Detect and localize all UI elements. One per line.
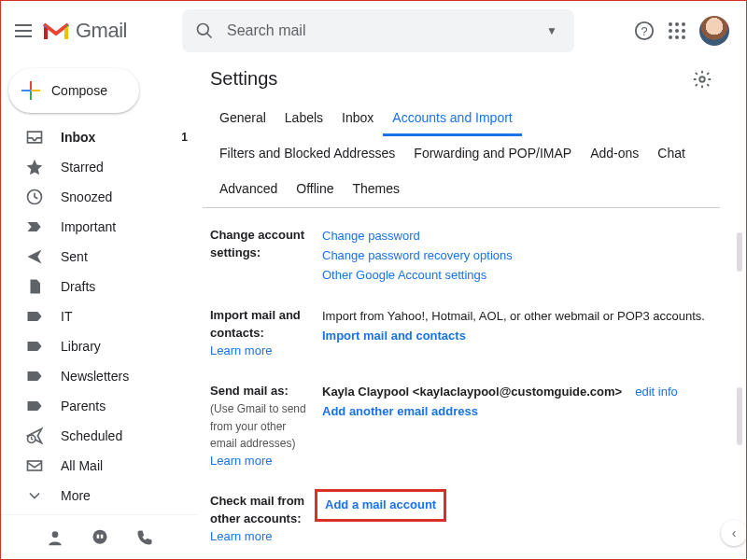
sidebar-item-inbox[interactable]: Inbox1 [1, 122, 199, 152]
sidebar-item-label: IT [61, 309, 188, 324]
svg-point-11 [675, 35, 679, 39]
tab-inbox[interactable]: Inbox [332, 101, 383, 136]
sidebar-item-label: Starred [61, 160, 188, 175]
sidebar-footer [1, 514, 199, 559]
label-icon [25, 397, 44, 415]
link-edit-info[interactable]: edit info [635, 383, 678, 402]
sidebar-item-all-mail[interactable]: All Mail [1, 451, 199, 481]
tab-forwarding-and-pop-imap[interactable]: Forwarding and POP/IMAP [404, 136, 581, 172]
app-header: Gmail Search mail ▼ ? [1, 1, 746, 61]
sidebar-item-label: Newsletters [61, 369, 188, 384]
svg-line-1 [207, 34, 212, 38]
star-icon [25, 158, 44, 176]
sent-icon [25, 247, 44, 266]
label-icon [25, 337, 44, 356]
sidebar-item-more[interactable]: More [1, 481, 199, 511]
send-as-identity: Kayla Claypool <kaylaclaypool@customguid… [322, 383, 622, 402]
tab-advanced[interactable]: Advanced [210, 172, 287, 207]
sidebar-item-starred[interactable]: Starred [1, 152, 199, 182]
inbox-icon [25, 128, 44, 147]
search-bar[interactable]: Search mail ▼ [182, 9, 574, 52]
settings-body: Change account settings: Change password… [203, 208, 746, 559]
link-learn-more[interactable]: Learn more [210, 529, 272, 543]
section-label: Send mail as: [210, 384, 289, 398]
sidebar-item-label: Inbox [61, 130, 164, 145]
apps-grid-icon[interactable] [668, 21, 686, 40]
svg-rect-18 [97, 534, 100, 538]
svg-point-5 [675, 22, 679, 26]
svg-point-4 [669, 22, 672, 26]
sidebar-item-label: More [61, 488, 188, 503]
settings-tabs: GeneralLabelsInboxAccounts and ImportFil… [203, 101, 720, 208]
section-label: Check mail from other accounts: [210, 494, 304, 525]
gear-icon[interactable] [692, 69, 712, 90]
important-icon [25, 217, 44, 236]
help-icon[interactable]: ? [634, 21, 655, 41]
scheduled-icon [25, 427, 44, 445]
highlight-box: Add a mail account [315, 489, 446, 522]
sidebar-item-important[interactable]: Important [1, 212, 199, 242]
svg-point-10 [669, 35, 672, 39]
svg-point-6 [682, 22, 685, 26]
svg-point-17 [93, 529, 107, 543]
phone-icon[interactable] [135, 528, 154, 547]
sidebar-item-drafts[interactable]: Drafts [1, 272, 199, 301]
sidebar-item-label: Library [61, 339, 188, 354]
tab-add-ons[interactable]: Add-ons [581, 136, 648, 172]
header-right: ? [634, 16, 739, 46]
account-avatar[interactable] [699, 16, 729, 46]
link-learn-more[interactable]: Learn more [210, 454, 272, 468]
link-change-password[interactable]: Change password [322, 229, 420, 243]
tab-labels[interactable]: Labels [275, 101, 332, 136]
sidebar-item-scheduled[interactable]: Scheduled [1, 421, 199, 451]
sidebar-item-label: Drafts [61, 279, 188, 294]
import-desc: Import from Yahoo!, Hotmail, AOL, or oth… [322, 307, 716, 327]
svg-rect-19 [101, 534, 104, 538]
svg-point-8 [675, 29, 679, 33]
sidebar-item-label: Important [61, 219, 188, 234]
link-other-settings[interactable]: Other Google Account settings [322, 268, 486, 282]
svg-point-16 [52, 531, 59, 538]
sidebar-item-label: Snoozed [61, 189, 188, 204]
sidebar-item-sent[interactable]: Sent [1, 242, 199, 272]
section-label: Change account settings: [210, 227, 315, 285]
more-icon [25, 486, 44, 505]
sidebar-nav: Inbox1StarredSnoozedImportantSentDraftsI… [1, 122, 199, 514]
search-options-caret-icon[interactable]: ▼ [543, 21, 561, 41]
tab-filters-and-blocked-addresses[interactable]: Filters and Blocked Addresses [210, 136, 404, 172]
svg-text:?: ? [641, 24, 647, 38]
sidebar-item-label: All Mail [61, 458, 188, 473]
link-learn-more[interactable]: Learn more [210, 343, 272, 357]
tab-accounts-and-import[interactable]: Accounts and Import [383, 101, 521, 136]
gmail-logo[interactable]: Gmail [42, 19, 173, 43]
search-placeholder: Search mail [227, 22, 529, 39]
hangouts-icon[interactable] [91, 528, 109, 547]
menu-icon[interactable] [14, 21, 33, 40]
link-change-recovery[interactable]: Change password recovery options [322, 248, 513, 262]
tab-themes[interactable]: Themes [344, 172, 410, 207]
draft-icon [25, 277, 44, 296]
sidebar-item-newsletters[interactable]: Newsletters [1, 361, 199, 391]
link-import-mail[interactable]: Import mail and contacts [322, 329, 466, 343]
sidebar-item-label: Scheduled [61, 428, 188, 443]
sidebar-item-it[interactable]: IT [1, 301, 199, 331]
tab-general[interactable]: General [210, 101, 275, 136]
section-work: Using Gmail for work? Businesses get you… [210, 557, 716, 559]
plus-icon [21, 81, 40, 100]
sidebar-item-snoozed[interactable]: Snoozed [1, 182, 199, 212]
compose-label: Compose [51, 83, 107, 98]
link-add-email[interactable]: Add another email address [322, 404, 478, 418]
compose-button[interactable]: Compose [8, 68, 139, 113]
sidebar-item-parents[interactable]: Parents [1, 391, 199, 421]
tab-chat[interactable]: Chat [648, 136, 695, 172]
svg-point-0 [198, 24, 209, 35]
person-icon[interactable] [46, 528, 64, 547]
link-add-mail-account[interactable]: Add a mail account [325, 497, 436, 511]
sidebar-item-library[interactable]: Library [1, 331, 199, 361]
tab-offline[interactable]: Offline [287, 172, 343, 207]
label-icon [25, 307, 44, 326]
side-panel-toggle[interactable]: ‹ [721, 520, 746, 546]
allmail-icon [25, 456, 44, 475]
main-content: Settings GeneralLabelsInboxAccounts and … [199, 61, 746, 559]
section-check-mail: Check mail from other accounts: Learn mo… [210, 482, 716, 557]
